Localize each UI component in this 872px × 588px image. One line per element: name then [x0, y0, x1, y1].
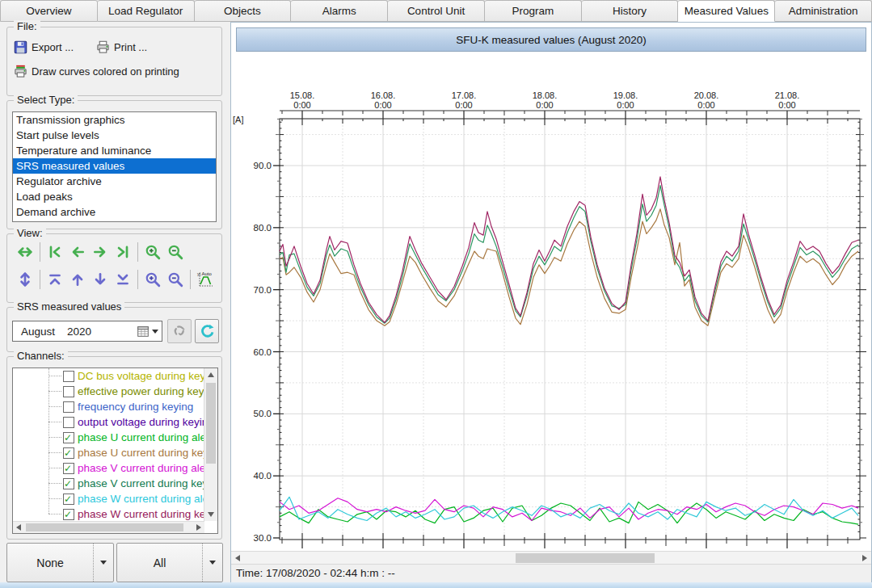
tab-objects[interactable]: Objects: [195, 0, 292, 22]
channel-label: phase U current during alert: [78, 430, 204, 445]
tab-overview[interactable]: Overview: [0, 0, 98, 22]
type-item[interactable]: Temperature and luminance: [13, 143, 216, 158]
zoom-in-time-icon[interactable]: [141, 242, 164, 262]
separator: [137, 242, 138, 262]
go-first-icon[interactable]: [44, 242, 66, 262]
channel-row[interactable]: phase V current during alert: [13, 460, 204, 476]
channel-row[interactable]: phase U current during keying: [13, 445, 204, 460]
scroll-up-icon[interactable]: [208, 372, 214, 377]
all-dropdown[interactable]: [202, 544, 222, 582]
go-up-icon[interactable]: [66, 269, 89, 290]
none-button[interactable]: None: [6, 543, 114, 582]
fit-vertical-icon[interactable]: [14, 269, 36, 290]
channel-row[interactable]: phase W current during alert: [13, 491, 204, 506]
none-dropdown[interactable]: [93, 544, 113, 582]
select-type-group: Select Type: Transmission graphicsStart …: [6, 100, 222, 229]
vertical-scroll-thumb[interactable]: [206, 383, 216, 464]
color-printer-icon: [14, 65, 27, 78]
scroll-right-icon[interactable]: [862, 555, 867, 561]
channel-row[interactable]: DC bus voltage during keying: [13, 368, 204, 384]
separator: [190, 270, 191, 289]
zoom-in-value-icon[interactable]: [141, 269, 164, 290]
all-button[interactable]: All: [116, 543, 223, 582]
chart-title: SFU-K measured values (August 2020): [236, 27, 866, 52]
svg-text:[A]: [A]: [233, 115, 243, 124]
combo-dropdown-icon[interactable]: [152, 330, 158, 334]
period-combo[interactable]: August 2020: [12, 321, 162, 342]
tab-program[interactable]: Program: [485, 0, 582, 22]
type-item[interactable]: SRS measured values: [13, 158, 216, 174]
window-bottom-strip: [0, 582, 872, 588]
checkbox-checked-icon[interactable]: [63, 432, 74, 443]
type-item[interactable]: Regulator archive: [13, 174, 216, 189]
scroll-left-icon[interactable]: [235, 555, 240, 561]
fit-horizontal-icon[interactable]: [14, 242, 36, 262]
scroll-left-icon[interactable]: [16, 524, 21, 531]
channel-row[interactable]: output voltage during keying: [13, 414, 204, 430]
checkbox-checked-icon[interactable]: [63, 447, 74, 459]
svg-text:70.0: 70.0: [254, 285, 272, 295]
channel-row[interactable]: phase W current during keying: [13, 506, 204, 521]
type-item[interactable]: Start pulse levels: [13, 128, 216, 143]
channel-row[interactable]: effective power during keying: [13, 384, 204, 399]
export-button[interactable]: Export ...: [14, 40, 74, 54]
go-down-icon[interactable]: [89, 269, 112, 290]
channels-vertical-scrollbar[interactable]: [204, 368, 217, 521]
auto-scale-icon[interactable]: y|Auto: [194, 269, 217, 290]
tab-measured-values[interactable]: Measured Values: [678, 0, 775, 22]
go-bottom-icon[interactable]: [112, 269, 134, 290]
svg-text:60.0: 60.0: [254, 347, 272, 357]
refresh-button[interactable]: [195, 319, 219, 343]
chart-horizontal-scrollbar[interactable]: [231, 551, 871, 565]
zoom-out-time-icon[interactable]: [164, 242, 187, 262]
scroll-down-icon[interactable]: [208, 512, 214, 517]
zoom-out-value-icon[interactable]: [164, 269, 187, 290]
type-item[interactable]: Load peaks: [13, 189, 216, 204]
checkbox-checked-icon[interactable]: [63, 494, 74, 505]
series-phase-v-current-during-alert: [280, 498, 858, 521]
tab-administration[interactable]: Administration: [775, 0, 872, 22]
svg-text:80.0: 80.0: [254, 223, 272, 233]
go-left-icon[interactable]: [66, 242, 89, 262]
checkbox-checked-icon[interactable]: [63, 478, 74, 489]
tab-history[interactable]: History: [582, 0, 679, 22]
scroll-right-icon[interactable]: [196, 524, 201, 531]
checkbox-checked-icon[interactable]: [63, 509, 74, 520]
view-group: View: y|Auto: [6, 233, 222, 303]
channel-row[interactable]: phase V current during keying: [13, 476, 204, 491]
refresh-icon: [200, 324, 215, 339]
channel-row[interactable]: phase U current during alert: [13, 430, 204, 445]
type-item[interactable]: Transmission graphics: [13, 112, 216, 128]
svg-text:0:00: 0:00: [697, 100, 714, 110]
separator: [137, 270, 138, 289]
print-button[interactable]: Print ...: [96, 40, 147, 54]
select-type-title: Select Type:: [14, 94, 78, 106]
draw-curves-colored-button[interactable]: Draw curves colored on printing: [14, 65, 179, 78]
period-group-title: SRS measured values: [14, 300, 124, 313]
checkbox-unchecked-icon[interactable]: [63, 417, 74, 428]
checkbox-checked-icon[interactable]: [63, 463, 74, 474]
file-group-title: File:: [14, 20, 40, 32]
checkbox-unchecked-icon[interactable]: [63, 386, 74, 397]
horizontal-scroll-thumb[interactable]: [26, 523, 183, 531]
checkbox-unchecked-icon[interactable]: [63, 371, 74, 382]
svg-text:0:00: 0:00: [617, 100, 634, 110]
go-last-icon[interactable]: [112, 242, 134, 262]
type-item[interactable]: Demand archive: [13, 204, 216, 220]
auto-reload-button[interactable]: [167, 319, 192, 343]
channel-label: phase V current during keying: [78, 476, 204, 491]
channels-horizontal-scrollbar[interactable]: [13, 521, 204, 533]
channel-row[interactable]: frequency during keying: [13, 399, 204, 414]
channels-tree[interactable]: DC bus voltage during keyingeffective po…: [12, 368, 218, 534]
select-type-list[interactable]: Transmission graphicsStart pulse levelsT…: [12, 111, 217, 222]
chart-scroll-thumb[interactable]: [516, 553, 655, 563]
chart-canvas[interactable]: 15.08.0:0016.08.0:0017.08.0:0018.08.0:00…: [231, 53, 871, 551]
go-right-icon[interactable]: [89, 242, 112, 262]
channel-label: output voltage during keying: [78, 414, 204, 430]
tab-load-regulator[interactable]: Load Regulator: [98, 0, 195, 22]
svg-text:0:00: 0:00: [293, 100, 310, 110]
checkbox-unchecked-icon[interactable]: [63, 401, 74, 413]
go-top-icon[interactable]: [44, 269, 66, 290]
tab-control-unit[interactable]: Control Unit: [388, 0, 485, 22]
tab-alarms[interactable]: Alarms: [291, 0, 388, 22]
